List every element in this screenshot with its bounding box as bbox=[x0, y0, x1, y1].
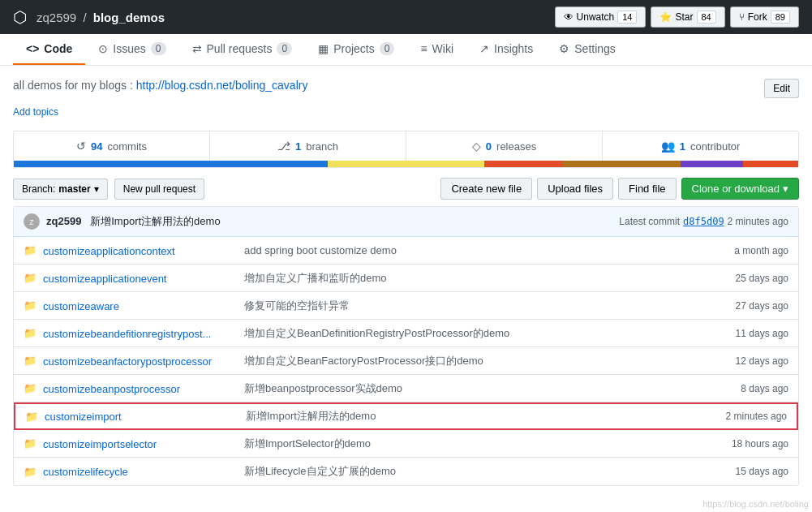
fork-button[interactable]: ⑂ Fork 89 bbox=[730, 6, 799, 28]
file-time: a month ago bbox=[691, 245, 788, 256]
contributors-stat: 👥 1 contributor bbox=[603, 131, 798, 161]
table-row: 📁 customizebeanfactorypostprocessor 增加自定… bbox=[14, 347, 798, 375]
file-name-link[interactable]: customizebeanfactorypostprocessor bbox=[43, 355, 212, 368]
file-description: 增加自定义BeanDefinitionRegistryPostProcessor… bbox=[238, 326, 691, 341]
create-new-file-button[interactable]: Create new file bbox=[440, 178, 532, 200]
folder-icon: 📁 bbox=[24, 382, 37, 394]
folder-icon: 📁 bbox=[24, 299, 37, 312]
file-time: 25 days ago bbox=[691, 273, 788, 284]
table-row: 📁 customizeimport 新增Import注解用法的demo 2 mi… bbox=[14, 402, 798, 430]
code-icon: <> bbox=[26, 42, 39, 55]
commit-message[interactable]: 新增Import注解用法的demo bbox=[90, 215, 220, 227]
commit-user[interactable]: zq2599 bbox=[46, 215, 81, 227]
breadcrumb-separator: / bbox=[79, 11, 90, 24]
file-name-link[interactable]: customizebeandefitionregistrypost... bbox=[43, 328, 211, 340]
file-description: 新增Import注解用法的demo bbox=[239, 409, 690, 424]
file-name: customizebeanpostprocessor bbox=[43, 382, 238, 395]
releases-label: releases bbox=[496, 140, 536, 153]
tab-projects[interactable]: ▦ Projects 0 bbox=[305, 34, 407, 65]
table-row: 📁 customizelifecycle 新增Lifecycle自定义扩展的de… bbox=[14, 458, 798, 485]
main-content: all demos for my blogs : http://blog.csd… bbox=[0, 66, 812, 486]
file-name: customizeaware bbox=[43, 299, 238, 312]
releases-count[interactable]: 0 bbox=[486, 140, 492, 153]
progress-segment-1 bbox=[14, 161, 328, 167]
insights-icon: ↗ bbox=[479, 42, 489, 55]
history-icon: ↺ bbox=[76, 140, 86, 153]
latest-commit-prefix: Latest commit bbox=[619, 216, 680, 227]
branch-selector[interactable]: Branch: master ▾ bbox=[13, 179, 108, 200]
wiki-icon: ≡ bbox=[420, 42, 427, 55]
file-name: customizeapplicationevent bbox=[43, 272, 238, 285]
tag-icon: ◇ bbox=[472, 140, 481, 153]
branches-count[interactable]: 1 bbox=[295, 140, 301, 153]
commits-label: commits bbox=[108, 140, 147, 153]
branches-stat: ⎇ 1 branch bbox=[210, 131, 406, 161]
watch-button[interactable]: 👁 Unwatch 14 bbox=[555, 6, 647, 28]
new-pull-request-button[interactable]: New pull request bbox=[114, 179, 204, 200]
progress-segment-2 bbox=[328, 161, 484, 167]
commits-stat: ↺ 94 commits bbox=[14, 131, 210, 161]
pr-count: 0 bbox=[277, 42, 292, 55]
repo-link-text[interactable]: http://blog.csdn.net/boling_cavalry bbox=[136, 79, 308, 92]
branch-name: master bbox=[58, 183, 90, 195]
file-toolbar: Branch: master ▾ New pull request Create… bbox=[13, 178, 799, 200]
file-name: customizebeandefitionregistrypost... bbox=[43, 327, 238, 340]
page-header: ⬡ zq2599 / blog_demos 👁 Unwatch 14 ⭐ Sta… bbox=[0, 0, 812, 34]
stats-container: ↺ 94 commits ⎇ 1 branch ◇ 0 releases 👥 1… bbox=[13, 131, 799, 168]
fork-count: 89 bbox=[771, 11, 790, 24]
issues-count: 0 bbox=[151, 42, 166, 55]
branches-label: branch bbox=[306, 140, 338, 153]
table-row: 📁 customizebeanpostprocessor 新增beanpostp… bbox=[14, 375, 798, 402]
repo-link[interactable]: blog_demos bbox=[93, 11, 165, 24]
file-time: 18 hours ago bbox=[691, 438, 788, 450]
repo-description-row: all demos for my blogs : http://blog.csd… bbox=[13, 79, 799, 98]
clone-label: Clone or download bbox=[692, 183, 780, 195]
table-row: 📁 customizebeandefitionregistrypost... 增… bbox=[14, 320, 798, 347]
file-description: 增加自定义BeanFactoryPostProcessor接口的demo bbox=[238, 354, 691, 368]
file-time: 11 days ago bbox=[691, 328, 788, 339]
file-name-link[interactable]: customizeaware bbox=[43, 300, 119, 312]
file-name-link[interactable]: customizebeanpostprocessor bbox=[43, 383, 180, 395]
file-name: customizelifecycle bbox=[43, 465, 238, 478]
edit-button[interactable]: Edit bbox=[764, 79, 799, 98]
star-button[interactable]: ⭐ Star 84 bbox=[651, 6, 724, 28]
tab-settings[interactable]: ⚙ Settings bbox=[546, 34, 629, 65]
upload-files-button[interactable]: Upload files bbox=[537, 178, 613, 200]
contributors-count[interactable]: 1 bbox=[680, 140, 685, 153]
watch-count: 14 bbox=[617, 11, 637, 24]
tab-pull-requests[interactable]: ⇄ Pull requests 0 bbox=[179, 34, 306, 65]
branch-label: Branch: bbox=[22, 183, 55, 195]
file-time: 12 days ago bbox=[691, 355, 788, 367]
tab-wiki[interactable]: ≡ Wiki bbox=[407, 34, 466, 65]
commit-hash[interactable]: d8f5d09 bbox=[683, 216, 724, 227]
projects-count: 0 bbox=[380, 42, 395, 55]
file-name-link[interactable]: customizelifecycle bbox=[43, 466, 128, 478]
header-actions: 👁 Unwatch 14 ⭐ Star 84 ⑂ Fork 89 bbox=[555, 6, 799, 28]
file-time: 27 days ago bbox=[691, 300, 788, 312]
clone-or-download-button[interactable]: Clone or download ▾ bbox=[681, 178, 799, 200]
find-file-button[interactable]: Find file bbox=[618, 178, 677, 200]
tab-issues[interactable]: ⊙ Issues 0 bbox=[85, 34, 178, 65]
description-text: all demos for my blogs : bbox=[13, 79, 136, 92]
tab-insights[interactable]: ↗ Insights bbox=[466, 34, 546, 65]
file-table: z zq2599 新增Import注解用法的demo Latest commit… bbox=[13, 206, 799, 486]
table-row: 📁 customizeapplicationcontext add spring… bbox=[14, 237, 798, 265]
file-name: customizeapplicationcontext bbox=[43, 244, 238, 257]
owner-link[interactable]: zq2599 bbox=[37, 11, 76, 24]
folder-icon: 📁 bbox=[24, 272, 37, 284]
file-name-link[interactable]: customizeimportselector bbox=[43, 438, 157, 450]
file-name-link[interactable]: customizeapplicationcontext bbox=[43, 245, 175, 257]
file-name-link[interactable]: customizeimport bbox=[45, 411, 122, 423]
pr-icon: ⇄ bbox=[192, 42, 202, 55]
commit-avatar: z bbox=[24, 213, 40, 230]
settings-icon: ⚙ bbox=[559, 42, 569, 55]
tab-code[interactable]: <> Code bbox=[13, 34, 85, 65]
file-name-link[interactable]: customizeapplicationevent bbox=[43, 273, 166, 285]
add-topics-link[interactable]: Add topics bbox=[13, 106, 58, 118]
table-row: 📁 customizeapplicationevent 增加自定义广播和监听的d… bbox=[14, 265, 798, 292]
contributors-label: contributor bbox=[690, 140, 740, 153]
progress-segment-3 bbox=[484, 161, 563, 167]
commits-count[interactable]: 94 bbox=[91, 140, 102, 153]
file-name: customizeimport bbox=[45, 410, 239, 423]
toolbar-right: Create new file Upload files Find file C… bbox=[440, 178, 799, 200]
